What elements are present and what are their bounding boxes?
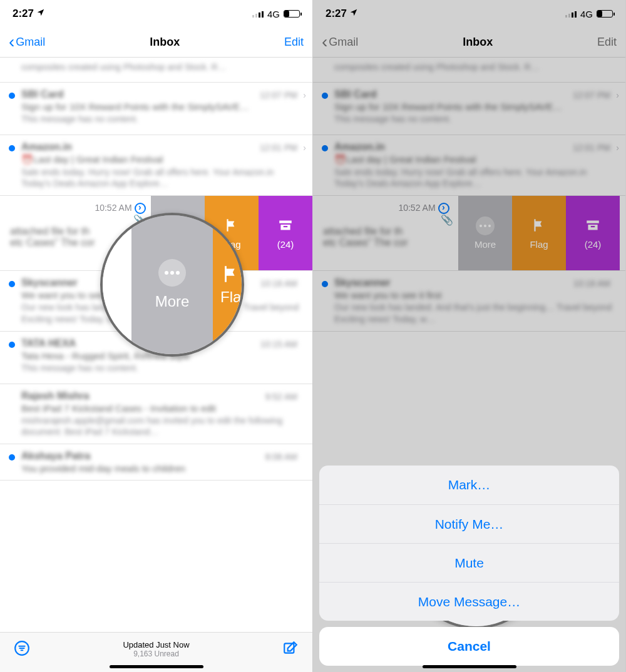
nav-bar: ‹ Gmail Inbox Edit: [0, 28, 312, 58]
chevron-right-icon: ›: [303, 90, 306, 100]
mail-row-partial[interactable]: composites created using Photoshop and S…: [0, 58, 312, 83]
mail-subject: Tata Hexa - Rugged Spirit, Refined Style: [21, 350, 302, 361]
mail-time: 10:18 AM: [573, 278, 610, 288]
more-icon: [476, 216, 495, 235]
unread-dot-icon: [322, 93, 328, 99]
compose-button[interactable]: [282, 640, 299, 659]
swipe-archive-button[interactable]: (24): [259, 196, 312, 270]
action-sheet: Mark… Notify Me… Mute Move Message… Canc…: [319, 466, 619, 666]
mail-time: 9:52 AM: [265, 392, 297, 402]
swipe-label: (24): [585, 239, 602, 250]
mail-row[interactable]: Skyscanner 10:18 AM We want you to see i…: [313, 271, 625, 331]
mail-time: 10:52 AM: [398, 203, 435, 213]
mail-time: 10:18 AM: [260, 278, 297, 288]
mail-preview: mishrarajesh.apple@gmail.com has invited…: [21, 415, 302, 437]
signal-icon: [565, 10, 577, 18]
mail-row[interactable]: Rajesh Mishra 9:52 AM Best iPad 7 Kickst…: [0, 384, 312, 444]
unread-dot-icon: [9, 145, 15, 151]
mail-subject: You provided mid-day meals to children: [21, 463, 302, 474]
mail-subject: Sign up for 10X Reward Points with the S…: [21, 101, 302, 112]
flag-icon: [531, 217, 547, 235]
signal-icon: [252, 10, 264, 18]
location-icon: [36, 8, 45, 20]
swipe-actions: More Flag (24): [458, 196, 620, 270]
flag-icon: [223, 217, 240, 235]
disclosure-icon: [438, 203, 449, 214]
phone-right: 2:27 4G ‹ Gmail Inbox Edit composites cr…: [313, 0, 626, 672]
sheet-move[interactable]: Move Message…: [319, 582, 619, 621]
mail-time: 8:08 AM: [265, 452, 297, 462]
mail-time: 12:01 PM: [260, 143, 297, 153]
swipe-label: Flag: [530, 239, 548, 250]
battery-icon: [284, 10, 300, 18]
swipe-more-button[interactable]: More: [458, 196, 512, 270]
unread-dot-icon: [9, 342, 15, 348]
mail-row[interactable]: Akshaya Patra 8:08 AM You provided mid-d…: [0, 444, 312, 481]
mail-row[interactable]: SBI Card 12:07 PM › Sign up for 10X Rewa…: [313, 83, 625, 135]
mail-subject: We want you to see it first: [21, 290, 302, 300]
mail-preview: attached file for th: [323, 226, 453, 237]
mail-row[interactable]: Skyscanner 10:18 AM We want you to see i…: [0, 271, 312, 331]
swipe-flag-button[interactable]: Flag: [512, 196, 566, 270]
mail-preview: composites created using Photoshop and S…: [21, 61, 302, 73]
mail-subject: Sign up for 10X Reward Points with the S…: [334, 101, 615, 112]
chevron-right-icon: ›: [303, 143, 306, 153]
mail-sender: Rajesh Mishra: [21, 390, 302, 402]
mail-row[interactable]: TATA HEXA 10:15 AM Tata Hexa - Rugged Sp…: [0, 332, 312, 384]
sheet-notify[interactable]: Notify Me…: [319, 504, 619, 543]
swipe-label: More: [475, 239, 496, 250]
mail-preview: etc Cases" The cor: [323, 237, 453, 248]
chevron-right-icon: ›: [616, 143, 619, 153]
mail-sender: Akshaya Patra: [21, 451, 302, 462]
swipe-archive-button[interactable]: (24): [566, 196, 620, 270]
archive-icon: [277, 217, 294, 235]
mail-row[interactable]: Amazon.in 12:01 PM › ⏰Last day | Great I…: [313, 135, 625, 196]
edit-button[interactable]: Edit: [284, 36, 304, 49]
mail-preview: This message has no content.: [334, 113, 615, 125]
status-time: 2:27: [13, 8, 34, 20]
edit-button[interactable]: Edit: [597, 36, 617, 49]
status-bar: 2:27 4G: [313, 0, 625, 28]
mail-time: 10:52 AM: [95, 203, 131, 213]
mail-preview: Sale ends today. Hurry now! Grab all off…: [21, 166, 302, 189]
mail-subject: We want you to see it first: [334, 290, 615, 300]
status-bar: 2:27 4G: [0, 0, 312, 28]
page-title: Inbox: [463, 36, 493, 49]
unread-dot-icon: [9, 454, 15, 461]
mail-row-swiped[interactable]: 10:52 AM 📎 attached file for th etc Case…: [313, 196, 625, 271]
home-indicator[interactable]: [423, 665, 516, 668]
mail-time: 12:07 PM: [260, 90, 297, 100]
home-indicator[interactable]: [110, 665, 203, 668]
sheet-cancel[interactable]: Cancel: [319, 627, 619, 666]
back-button[interactable]: ‹ Gmail: [322, 36, 358, 49]
disclosure-icon: [135, 203, 146, 214]
filter-icon[interactable]: [14, 640, 30, 659]
swipe-flag-button[interactable]: Flag: [205, 196, 259, 270]
mail-row[interactable]: SBI Card 12:07 PM › Sign up for 10X Rewa…: [0, 83, 312, 135]
sheet-mark[interactable]: Mark…: [319, 466, 619, 504]
mail-subject: ⏰Last day | Great Indian Festival: [21, 154, 302, 165]
mail-list: composites created using Photoshop and S…: [0, 58, 312, 481]
unread-dot-icon: [322, 145, 328, 151]
attachment-icon: 📎: [323, 214, 453, 226]
network-label: 4G: [580, 9, 593, 19]
mail-subject: Best iPad 7 Kickstand Cases - Invitation…: [21, 403, 302, 414]
swipe-label: Flag: [222, 239, 240, 250]
swipe-label: More: [167, 239, 188, 250]
unread-count: 9,163 Unread: [123, 649, 189, 658]
location-icon: [349, 8, 358, 20]
page-title: Inbox: [150, 36, 180, 49]
swipe-more-button[interactable]: More: [151, 196, 205, 270]
sheet-mute[interactable]: Mute: [319, 543, 619, 582]
toolbar-status: Updated Just Now 9,163 Unread: [123, 640, 189, 658]
status-time: 2:27: [326, 8, 347, 20]
mail-row-partial[interactable]: composites created using Photoshop and S…: [313, 58, 625, 83]
back-button[interactable]: ‹ Gmail: [9, 36, 45, 49]
network-label: 4G: [267, 9, 280, 19]
swipe-label: (24): [277, 239, 294, 250]
mail-row[interactable]: Amazon.in 12:01 PM › ⏰Last day | Great I…: [0, 135, 312, 196]
mail-preview: Sale ends today. Hurry now! Grab all off…: [334, 166, 615, 189]
mail-time: 12:01 PM: [573, 143, 610, 153]
mail-preview: This message has no content.: [21, 113, 302, 125]
mail-row-swiped[interactable]: 10:52 AM 📎 attached file for th etc Case…: [0, 196, 312, 271]
